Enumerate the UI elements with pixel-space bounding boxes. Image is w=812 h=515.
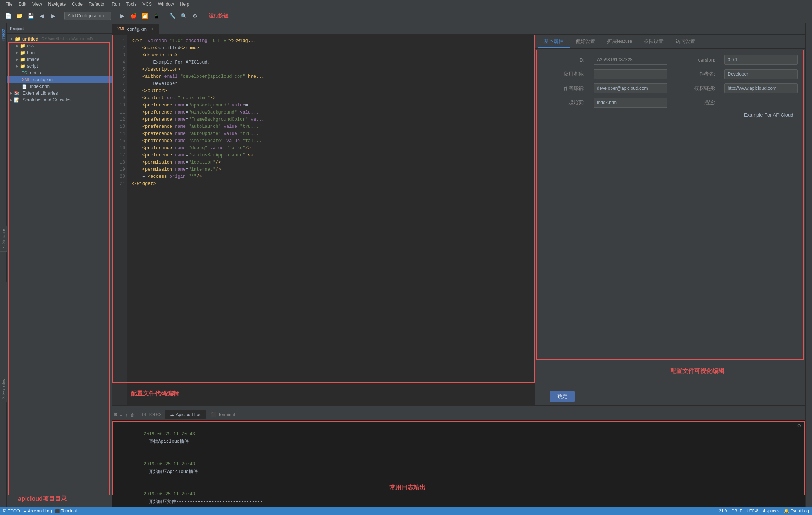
start-page-input[interactable] — [594, 98, 667, 108]
project-tab[interactable]: Project — [0, 26, 6, 44]
confirm-button[interactable]: 确定 — [550, 391, 575, 402]
app-name-label: 应用名称: — [542, 69, 588, 79]
wifi-button[interactable]: 📶 — [140, 11, 150, 21]
open-button[interactable]: 📁 — [14, 11, 24, 21]
apicloud-icon: ☁ — [170, 412, 174, 417]
menu-edit[interactable]: Edit — [16, 1, 29, 8]
indexhtml-label: index.html — [30, 84, 51, 89]
tab-close-icon[interactable]: ✕ — [150, 27, 153, 32]
editor-tab-configxml[interactable]: XML config.xml ✕ — [112, 24, 159, 34]
version-input[interactable] — [724, 55, 798, 65]
status-apicloud-log[interactable]: ☁ Apicloud Log — [23, 509, 52, 513]
scratches-arrow: ▶ — [10, 98, 12, 102]
status-todo[interactable]: ☑ TODO — [3, 509, 20, 513]
forward-button[interactable]: ▶ — [48, 11, 58, 21]
apple-button[interactable]: 🍎 — [129, 11, 138, 21]
auth-link-input[interactable] — [724, 83, 798, 93]
gear-icon[interactable]: ⚙ — [798, 422, 801, 430]
tab-label: config.xml — [127, 27, 148, 32]
bottom-icon-3[interactable]: ↕ — [125, 412, 127, 417]
bottom-icon-1[interactable]: ⊞ — [114, 412, 117, 417]
menu-window[interactable]: Window — [156, 1, 176, 8]
left-sidebar-tabs: Project — [0, 23, 7, 507]
config-tab-features[interactable]: 扩展feature — [601, 36, 638, 48]
tab-apicloud-log[interactable]: ☁ Apicloud Log — [165, 410, 206, 419]
cursor-position[interactable]: 21:9 — [719, 509, 727, 513]
image-arrow: ▶ — [16, 58, 18, 61]
device-button[interactable]: 📱 — [151, 11, 161, 21]
tree-apits[interactable]: TS api.ts — [7, 70, 112, 76]
author-email-label: 作者邮箱: — [542, 83, 588, 93]
tree-script[interactable]: ▶ 📁 script — [7, 63, 112, 70]
log-line-3: 2019-06-25 11:20:43 开始解压文件--------------… — [117, 483, 801, 507]
tree-external-libs[interactable]: ▶ 📚 External Libraries — [7, 90, 112, 97]
author-email-input[interactable] — [594, 83, 667, 93]
settings-toolbar-button[interactable]: ⚙ — [190, 11, 200, 21]
tree-root[interactable]: ▼ 📁 untitled C:\Users\lizhichao\Webstorm… — [7, 35, 112, 42]
configxml-label: config.xml — [33, 77, 54, 82]
menu-vcs[interactable]: VCS — [140, 1, 154, 8]
project-annotation-label: apicloud项目目录 — [18, 495, 67, 503]
log-line-1: 2019-06-25 11:20:43 查找Apicloud插件 — [117, 423, 801, 453]
app-name-input[interactable] — [594, 69, 667, 79]
code-text-area[interactable]: <?xml version="1.0" encoding="UTF-8"?><w… — [127, 35, 535, 405]
status-terminal[interactable]: ⬛ Terminal — [55, 509, 77, 513]
root-folder-icon: 📁 — [15, 36, 21, 42]
build-button[interactable]: 🔧 — [167, 11, 177, 21]
menu-code[interactable]: Code — [70, 1, 85, 8]
author-name-input[interactable] — [724, 69, 798, 79]
apicloud-log-label: Apicloud Log — [176, 412, 201, 417]
extlibs-icon: 📚 — [14, 91, 20, 96]
search-toolbar-button[interactable]: 🔍 — [179, 11, 188, 21]
tree-configxml[interactable]: XML config.xml — [7, 76, 112, 83]
todo-icon: ☑ — [142, 412, 146, 417]
desc-value: Example For APICloud. — [673, 112, 798, 118]
menu-run[interactable]: Run — [109, 1, 122, 8]
desc-spacer — [724, 98, 798, 108]
save-button[interactable]: 💾 — [26, 11, 35, 21]
event-log[interactable]: 🔔 Event Log — [784, 509, 809, 513]
menu-tools[interactable]: Tools — [124, 1, 139, 8]
menu-navigate[interactable]: Navigate — [46, 1, 68, 8]
encoding[interactable]: UTF-8 — [747, 509, 758, 513]
project-tree: ▼ 📁 untitled C:\Users\lizhichao\Webstorm… — [7, 34, 112, 507]
tree-image[interactable]: ▶ 📁 image — [7, 56, 112, 63]
log-content: ⚙ 2019-06-25 11:20:43 查找Apicloud插件 2019-… — [112, 420, 805, 507]
menu-bar: File Edit View Navigate Code Refactor Ru… — [0, 0, 812, 8]
code-editor: 12345 678910 1112131415 1617181920 21 <?… — [112, 35, 535, 405]
bottom-icon-4[interactable]: 🗑 — [130, 412, 135, 417]
favorites-tab[interactable]: 2: Favorites — [0, 282, 7, 402]
config-tab-access[interactable]: 访问设置 — [670, 36, 701, 48]
tree-html-folder[interactable]: ▶ 📁 html — [7, 49, 112, 56]
desc-row: Example For APICloud. — [542, 112, 798, 118]
horizontal-scrollbar[interactable] — [112, 405, 805, 409]
tree-css[interactable]: ▶ 📁 css — [7, 42, 112, 49]
line-separator[interactable]: CRLF — [731, 509, 742, 513]
id-input[interactable] — [594, 55, 667, 65]
menu-refactor[interactable]: Refactor — [86, 1, 108, 8]
tree-scratches[interactable]: ▶ 📝 Scratches and Consoles — [7, 97, 112, 103]
author-name-label: 作者名: — [673, 69, 718, 79]
config-tab-basic[interactable]: 基本属性 — [538, 36, 570, 48]
tab-xml-icon: XML — [117, 27, 125, 31]
add-configuration-button[interactable]: Add Configuration... — [64, 12, 111, 20]
indent[interactable]: 4 spaces — [763, 509, 779, 513]
editor-split: 12345 678910 1112131415 1617181920 21 <?… — [112, 35, 805, 405]
separator-1 — [61, 12, 61, 20]
new-file-button[interactable]: 📄 — [3, 11, 13, 21]
root-path: C:\Users\lizhichao\WebstormProj... — [41, 37, 100, 41]
bottom-icon-2[interactable]: ≡ — [120, 412, 122, 417]
tab-todo[interactable]: ☑ TODO — [138, 410, 165, 419]
tab-terminal[interactable]: ⬛ Terminal — [206, 410, 239, 419]
config-tab-permissions[interactable]: 权限设置 — [638, 36, 670, 48]
menu-file[interactable]: File — [3, 1, 15, 8]
tree-indexhtml[interactable]: 📄 index.html — [7, 83, 112, 90]
structure-tab[interactable]: Z: Structure — [0, 226, 7, 252]
menu-help[interactable]: Help — [178, 1, 192, 8]
menu-view[interactable]: View — [30, 1, 44, 8]
root-arrow: ▼ — [10, 37, 13, 41]
back-button[interactable]: ◀ — [37, 11, 47, 21]
config-tab-prefs[interactable]: 偏好设置 — [570, 36, 601, 48]
run-prev-button[interactable]: ▶ — [117, 11, 127, 21]
config-visual-panel: 基本属性 偏好设置 扩展feature 权限设置 访问设置 ID: versio… — [535, 35, 805, 405]
